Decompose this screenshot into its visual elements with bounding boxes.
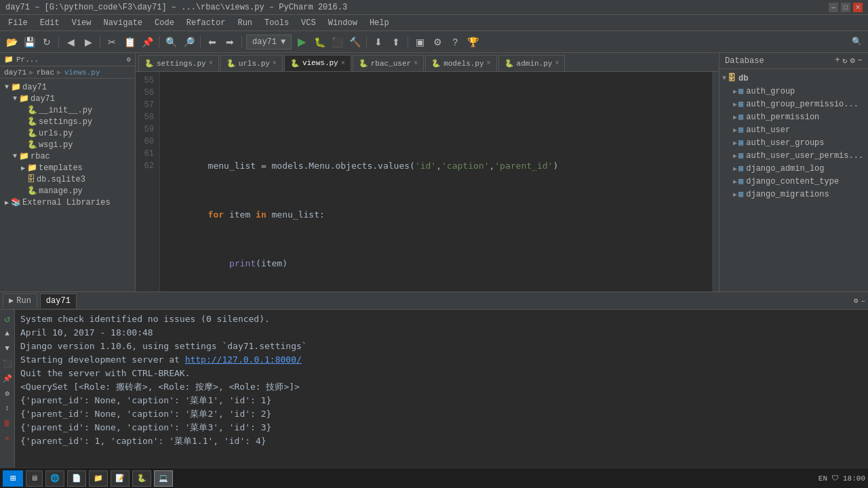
tab-run-label[interactable]: ▶ Run <box>3 293 37 308</box>
menu-help[interactable]: Help <box>364 17 395 29</box>
tab-admin-close[interactable]: × <box>555 60 559 67</box>
menu-view[interactable]: View <box>66 17 97 29</box>
tree-item-rbac[interactable]: ▼ 📁 rbac <box>0 150 135 162</box>
nav-prev-button[interactable]: ⬅ <box>205 35 220 49</box>
start-button[interactable]: ⊞ <box>3 470 23 487</box>
run-output-text[interactable]: System check identified no issues (0 sil… <box>15 310 868 488</box>
stop-button[interactable]: ⬛ <box>330 35 344 49</box>
tab-admin[interactable]: 🐍 admin.py × <box>498 55 566 71</box>
vcs-update-button[interactable]: ⬇ <box>371 35 386 49</box>
wrap-button[interactable]: ↕ <box>1 402 14 414</box>
debug-button[interactable]: 🐛 <box>312 35 327 49</box>
tree-item-init[interactable]: ▶ 🐍 __init__.py <box>0 104 135 116</box>
help-toolbar-button[interactable]: ? <box>448 35 462 49</box>
db-table-auth-user[interactable]: ▶ ▦ auth_user <box>719 123 868 136</box>
close-button[interactable]: ✕ <box>853 3 863 12</box>
code-editor[interactable]: 55 56 57 58 59 60 61 62 menu_list = mode… <box>136 72 719 291</box>
settings-run-button[interactable]: ⚙ <box>1 387 14 399</box>
tab-models[interactable]: 🐍 models.py × <box>425 55 496 71</box>
run-output-up[interactable]: ▲ <box>1 327 14 340</box>
db-settings-button[interactable]: ⚙ <box>850 56 855 66</box>
menu-window[interactable]: Window <box>323 17 363 29</box>
toolbar-search-icon[interactable]: 🔍 <box>849 35 864 49</box>
search-replace-button[interactable]: 🔎 <box>181 35 196 49</box>
taskbar-browser[interactable]: 🌐 <box>45 470 64 487</box>
tab-models-close[interactable]: × <box>487 60 491 67</box>
taskbar-python[interactable]: 🐍 <box>132 470 151 487</box>
db-refresh-button[interactable]: ↻ <box>842 56 847 66</box>
tab-settings[interactable]: 🐍 settings.py × <box>138 55 219 71</box>
taskbar-text[interactable]: 📝 <box>111 470 130 487</box>
tree-item-manage[interactable]: ▶ 🐍 manage.py <box>0 185 135 197</box>
tab-urls-close[interactable]: × <box>273 60 277 67</box>
db-table-auth-permission[interactable]: ▶ ▦ auth_permission <box>719 110 868 123</box>
db-table-django-admin[interactable]: ▶ ▦ django_admin_log <box>719 162 868 175</box>
cut-button[interactable]: ✂ <box>104 35 119 49</box>
db-table-auth-user-perms[interactable]: ▶ ▦ auth_user_user_permis... <box>719 149 868 162</box>
db-table-auth-user-groups[interactable]: ▶ ▦ auth_user_groups <box>719 136 868 149</box>
tab-views[interactable]: 🐍 views.py × <box>284 55 351 71</box>
run-button[interactable]: ▶ <box>294 35 309 49</box>
tab-rbac-user-close[interactable]: × <box>414 60 418 67</box>
code-content[interactable]: menu_list = models.Menu.objects.values('… <box>160 72 712 291</box>
tab-views-close[interactable]: × <box>341 60 345 67</box>
run-close-tab[interactable]: ✕ <box>1 432 14 444</box>
tree-item-db-sqlite[interactable]: ▶ 🗄 db.sqlite3 <box>0 174 135 185</box>
bottom-close-button[interactable]: – <box>861 297 865 305</box>
pin-button[interactable]: 📌 <box>1 372 14 384</box>
tab-settings-close[interactable]: × <box>209 60 213 67</box>
taskbar-doc[interactable]: 📄 <box>67 470 86 487</box>
menu-edit[interactable]: Edit <box>35 17 65 29</box>
db-root-item[interactable]: ▼ 🗄 db <box>719 72 868 85</box>
run-config-breadcrumb[interactable]: day71 ▼ <box>246 35 292 49</box>
menu-tools[interactable]: Tools <box>259 17 294 29</box>
menu-vcs[interactable]: VCS <box>296 17 321 29</box>
project-settings[interactable]: ⚙ <box>127 56 131 64</box>
terminal-button[interactable]: ▣ <box>412 35 427 49</box>
tab-day71[interactable]: day71 <box>40 293 77 308</box>
db-table-auth-group[interactable]: ▶ ▦ auth_group <box>719 85 868 98</box>
extra-button[interactable]: 🏆 <box>465 35 480 49</box>
forward-button[interactable]: ▶ <box>81 35 96 49</box>
tree-item-templates[interactable]: ▶ 📁 templates <box>0 162 135 174</box>
minimize-button[interactable]: – <box>829 3 838 12</box>
build-button[interactable]: 🔨 <box>347 35 362 49</box>
folder-button[interactable]: 📂 <box>4 35 19 49</box>
db-table-django-migrations[interactable]: ▶ ▦ django_migrations <box>719 188 868 201</box>
tree-item-day71[interactable]: ▼ 📁 day71 <box>0 93 135 104</box>
server-link[interactable]: http://127.0.0.1:8000/ <box>185 354 302 365</box>
tab-rbac-user[interactable]: 🐍 rbac_user × <box>353 55 424 71</box>
menu-navigate[interactable]: Navigate <box>98 17 148 29</box>
db-collapse-button[interactable]: – <box>858 56 863 66</box>
taskbar-folder[interactable]: 📁 <box>89 470 108 487</box>
copy-button[interactable]: 📋 <box>122 35 137 49</box>
menu-refactor[interactable]: Refactor <box>181 17 231 29</box>
db-table-auth-group-perm[interactable]: ▶ ▦ auth_group_permissio... <box>719 98 868 110</box>
taskbar-explorer[interactable]: 🖥 <box>26 470 43 487</box>
editor-scrollbar[interactable] <box>712 72 719 291</box>
menu-run[interactable]: Run <box>232 17 258 29</box>
maximize-button[interactable]: □ <box>841 3 850 12</box>
db-table-django-content[interactable]: ▶ ▦ django_content_type <box>719 175 868 188</box>
tab-urls[interactable]: 🐍 urls.py × <box>220 55 283 71</box>
paste-button[interactable]: 📌 <box>140 35 155 49</box>
run-output-down[interactable]: ▼ <box>1 342 14 354</box>
vcs-commit-button[interactable]: ⬆ <box>389 35 403 49</box>
tree-item-settings[interactable]: ▶ 🐍 settings.py <box>0 116 135 127</box>
db-add-button[interactable]: + <box>835 56 840 66</box>
back-button[interactable]: ◀ <box>63 35 78 49</box>
taskbar-terminal[interactable]: 💻 <box>154 470 173 487</box>
menu-code[interactable]: Code <box>149 17 180 29</box>
stop-run-button[interactable]: ⬛ <box>1 357 14 369</box>
bottom-settings-button[interactable]: ⚙ <box>854 296 859 305</box>
tree-item-wsgi[interactable]: ▶ 🐍 wsgi.py <box>0 139 135 150</box>
nav-next-button[interactable]: ➡ <box>222 35 237 49</box>
clear-button[interactable]: 🗑 <box>1 417 14 429</box>
tree-item-ext-libs[interactable]: ▶ 📚 External Libraries <box>0 197 135 208</box>
search-button[interactable]: 🔍 <box>163 35 178 49</box>
tree-item-day71-root[interactable]: ▼ 📁 day71 <box>0 81 135 93</box>
save-button[interactable]: 💾 <box>22 35 37 49</box>
menu-file[interactable]: File <box>3 17 33 29</box>
rerun-button[interactable]: ↺ <box>1 312 14 325</box>
sync-button[interactable]: ↻ <box>39 35 54 49</box>
